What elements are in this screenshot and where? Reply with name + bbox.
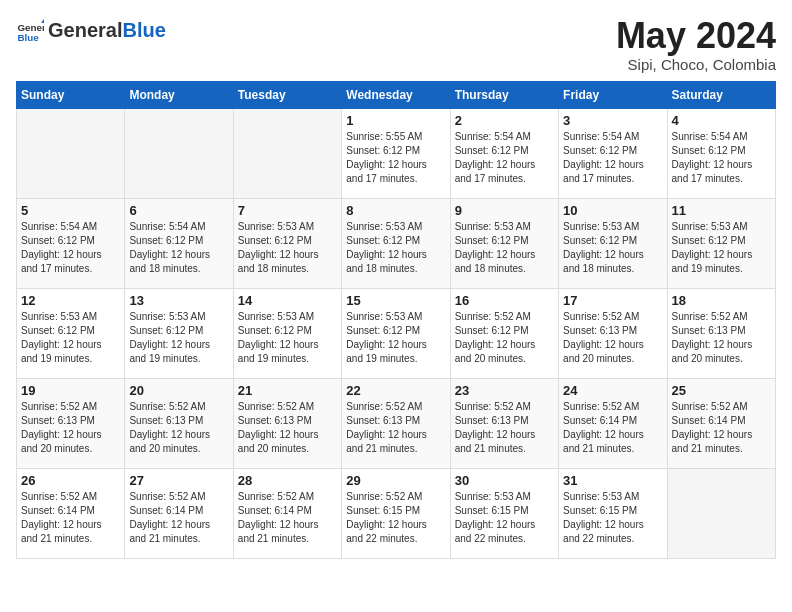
day-number: 18 xyxy=(672,293,771,308)
col-thursday: Thursday xyxy=(450,81,558,108)
day-info: Sunrise: 5:55 AMSunset: 6:12 PMDaylight:… xyxy=(346,130,445,186)
day-number: 25 xyxy=(672,383,771,398)
day-info: Sunrise: 5:52 AMSunset: 6:13 PMDaylight:… xyxy=(238,400,337,456)
calendar-cell xyxy=(667,468,775,558)
col-monday: Monday xyxy=(125,81,233,108)
day-number: 7 xyxy=(238,203,337,218)
calendar-cell: 19Sunrise: 5:52 AMSunset: 6:13 PMDayligh… xyxy=(17,378,125,468)
day-number: 22 xyxy=(346,383,445,398)
calendar-cell: 5Sunrise: 5:54 AMSunset: 6:12 PMDaylight… xyxy=(17,198,125,288)
calendar-cell: 26Sunrise: 5:52 AMSunset: 6:14 PMDayligh… xyxy=(17,468,125,558)
calendar-cell: 1Sunrise: 5:55 AMSunset: 6:12 PMDaylight… xyxy=(342,108,450,198)
col-wednesday: Wednesday xyxy=(342,81,450,108)
calendar-cell: 14Sunrise: 5:53 AMSunset: 6:12 PMDayligh… xyxy=(233,288,341,378)
calendar-cell: 17Sunrise: 5:52 AMSunset: 6:13 PMDayligh… xyxy=(559,288,667,378)
day-number: 2 xyxy=(455,113,554,128)
calendar-cell: 3Sunrise: 5:54 AMSunset: 6:12 PMDaylight… xyxy=(559,108,667,198)
day-number: 6 xyxy=(129,203,228,218)
calendar-cell: 4Sunrise: 5:54 AMSunset: 6:12 PMDaylight… xyxy=(667,108,775,198)
calendar-cell: 12Sunrise: 5:53 AMSunset: 6:12 PMDayligh… xyxy=(17,288,125,378)
day-number: 12 xyxy=(21,293,120,308)
day-info: Sunrise: 5:54 AMSunset: 6:12 PMDaylight:… xyxy=(455,130,554,186)
day-number: 29 xyxy=(346,473,445,488)
calendar-title: May 2024 xyxy=(616,16,776,56)
day-number: 16 xyxy=(455,293,554,308)
day-info: Sunrise: 5:52 AMSunset: 6:13 PMDaylight:… xyxy=(346,400,445,456)
col-sunday: Sunday xyxy=(17,81,125,108)
day-number: 21 xyxy=(238,383,337,398)
day-info: Sunrise: 5:52 AMSunset: 6:14 PMDaylight:… xyxy=(238,490,337,546)
logo: General Blue GeneralBlue xyxy=(16,16,166,44)
logo-general: General xyxy=(48,20,122,40)
calendar-cell: 18Sunrise: 5:52 AMSunset: 6:13 PMDayligh… xyxy=(667,288,775,378)
day-number: 19 xyxy=(21,383,120,398)
day-number: 10 xyxy=(563,203,662,218)
calendar-week-1: 1Sunrise: 5:55 AMSunset: 6:12 PMDaylight… xyxy=(17,108,776,198)
day-info: Sunrise: 5:54 AMSunset: 6:12 PMDaylight:… xyxy=(21,220,120,276)
calendar-cell: 10Sunrise: 5:53 AMSunset: 6:12 PMDayligh… xyxy=(559,198,667,288)
day-number: 15 xyxy=(346,293,445,308)
calendar-cell: 27Sunrise: 5:52 AMSunset: 6:14 PMDayligh… xyxy=(125,468,233,558)
day-info: Sunrise: 5:54 AMSunset: 6:12 PMDaylight:… xyxy=(563,130,662,186)
calendar-cell xyxy=(125,108,233,198)
day-number: 27 xyxy=(129,473,228,488)
day-number: 13 xyxy=(129,293,228,308)
day-number: 24 xyxy=(563,383,662,398)
day-info: Sunrise: 5:52 AMSunset: 6:13 PMDaylight:… xyxy=(21,400,120,456)
header: General Blue GeneralBlue May 2024 Sipi, … xyxy=(16,16,776,73)
calendar-cell: 7Sunrise: 5:53 AMSunset: 6:12 PMDaylight… xyxy=(233,198,341,288)
calendar-cell: 15Sunrise: 5:53 AMSunset: 6:12 PMDayligh… xyxy=(342,288,450,378)
calendar-cell: 21Sunrise: 5:52 AMSunset: 6:13 PMDayligh… xyxy=(233,378,341,468)
day-number: 5 xyxy=(21,203,120,218)
calendar-cell: 23Sunrise: 5:52 AMSunset: 6:13 PMDayligh… xyxy=(450,378,558,468)
calendar-cell: 29Sunrise: 5:52 AMSunset: 6:15 PMDayligh… xyxy=(342,468,450,558)
day-info: Sunrise: 5:53 AMSunset: 6:12 PMDaylight:… xyxy=(455,220,554,276)
calendar-cell: 20Sunrise: 5:52 AMSunset: 6:13 PMDayligh… xyxy=(125,378,233,468)
day-number: 17 xyxy=(563,293,662,308)
day-info: Sunrise: 5:53 AMSunset: 6:12 PMDaylight:… xyxy=(563,220,662,276)
day-info: Sunrise: 5:52 AMSunset: 6:13 PMDaylight:… xyxy=(563,310,662,366)
day-number: 11 xyxy=(672,203,771,218)
calendar-cell: 30Sunrise: 5:53 AMSunset: 6:15 PMDayligh… xyxy=(450,468,558,558)
day-info: Sunrise: 5:54 AMSunset: 6:12 PMDaylight:… xyxy=(672,130,771,186)
calendar-cell: 31Sunrise: 5:53 AMSunset: 6:15 PMDayligh… xyxy=(559,468,667,558)
day-number: 23 xyxy=(455,383,554,398)
day-info: Sunrise: 5:52 AMSunset: 6:13 PMDaylight:… xyxy=(455,400,554,456)
calendar-week-3: 12Sunrise: 5:53 AMSunset: 6:12 PMDayligh… xyxy=(17,288,776,378)
day-number: 20 xyxy=(129,383,228,398)
day-info: Sunrise: 5:52 AMSunset: 6:12 PMDaylight:… xyxy=(455,310,554,366)
day-number: 30 xyxy=(455,473,554,488)
calendar-week-4: 19Sunrise: 5:52 AMSunset: 6:13 PMDayligh… xyxy=(17,378,776,468)
calendar-cell: 28Sunrise: 5:52 AMSunset: 6:14 PMDayligh… xyxy=(233,468,341,558)
day-info: Sunrise: 5:52 AMSunset: 6:14 PMDaylight:… xyxy=(563,400,662,456)
calendar-cell: 25Sunrise: 5:52 AMSunset: 6:14 PMDayligh… xyxy=(667,378,775,468)
day-info: Sunrise: 5:53 AMSunset: 6:12 PMDaylight:… xyxy=(238,220,337,276)
calendar-cell: 2Sunrise: 5:54 AMSunset: 6:12 PMDaylight… xyxy=(450,108,558,198)
day-number: 31 xyxy=(563,473,662,488)
day-info: Sunrise: 5:53 AMSunset: 6:15 PMDaylight:… xyxy=(563,490,662,546)
calendar-cell: 9Sunrise: 5:53 AMSunset: 6:12 PMDaylight… xyxy=(450,198,558,288)
day-number: 9 xyxy=(455,203,554,218)
calendar-week-2: 5Sunrise: 5:54 AMSunset: 6:12 PMDaylight… xyxy=(17,198,776,288)
day-info: Sunrise: 5:53 AMSunset: 6:12 PMDaylight:… xyxy=(346,220,445,276)
day-info: Sunrise: 5:52 AMSunset: 6:13 PMDaylight:… xyxy=(672,310,771,366)
logo-blue: Blue xyxy=(122,20,165,40)
day-number: 3 xyxy=(563,113,662,128)
day-number: 4 xyxy=(672,113,771,128)
calendar-cell: 6Sunrise: 5:54 AMSunset: 6:12 PMDaylight… xyxy=(125,198,233,288)
day-number: 8 xyxy=(346,203,445,218)
day-info: Sunrise: 5:52 AMSunset: 6:13 PMDaylight:… xyxy=(129,400,228,456)
day-number: 26 xyxy=(21,473,120,488)
day-number: 1 xyxy=(346,113,445,128)
col-tuesday: Tuesday xyxy=(233,81,341,108)
calendar-week-5: 26Sunrise: 5:52 AMSunset: 6:14 PMDayligh… xyxy=(17,468,776,558)
day-info: Sunrise: 5:52 AMSunset: 6:14 PMDaylight:… xyxy=(672,400,771,456)
day-info: Sunrise: 5:54 AMSunset: 6:12 PMDaylight:… xyxy=(129,220,228,276)
day-info: Sunrise: 5:53 AMSunset: 6:12 PMDaylight:… xyxy=(346,310,445,366)
calendar-subtitle: Sipi, Choco, Colombia xyxy=(616,56,776,73)
day-info: Sunrise: 5:52 AMSunset: 6:14 PMDaylight:… xyxy=(129,490,228,546)
day-info: Sunrise: 5:52 AMSunset: 6:15 PMDaylight:… xyxy=(346,490,445,546)
day-info: Sunrise: 5:53 AMSunset: 6:12 PMDaylight:… xyxy=(21,310,120,366)
calendar-cell: 8Sunrise: 5:53 AMSunset: 6:12 PMDaylight… xyxy=(342,198,450,288)
calendar-body: 1Sunrise: 5:55 AMSunset: 6:12 PMDaylight… xyxy=(17,108,776,558)
